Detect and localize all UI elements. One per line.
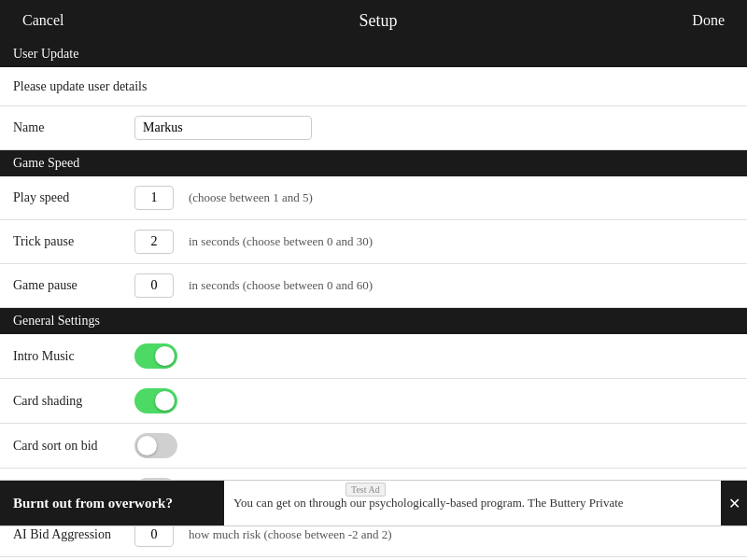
row-intro-music: Intro Music (0, 334, 747, 379)
intro-music-label: Intro Music (13, 349, 134, 364)
intro-music-toggle[interactable] (134, 343, 177, 369)
ai-bid-label: AI Bid Aggression (13, 527, 134, 542)
trick-pause-label: Trick pause (13, 234, 134, 249)
row-name: Name (0, 106, 747, 150)
trick-pause-hint: in seconds (choose between 0 and 30) (189, 234, 373, 249)
row-card-sort: Card sort on bid (0, 424, 747, 469)
ai-bid-hint: how much risk (choose between -2 and 2) (189, 527, 392, 542)
page-title: Setup (359, 11, 397, 31)
section-general-settings-title: General Settings (13, 314, 100, 328)
row-play-speed: Play speed (choose between 1 and 5) (0, 176, 747, 220)
game-pause-input[interactable] (134, 273, 174, 298)
card-shading-label: Card shading (13, 394, 134, 409)
play-speed-hint: (choose between 1 and 5) (189, 190, 313, 205)
play-speed-input[interactable] (134, 186, 174, 210)
name-label: Name (13, 120, 134, 135)
done-button[interactable]: Done (684, 8, 732, 33)
trick-pause-input[interactable] (134, 230, 174, 254)
section-user-update-title: User Update (13, 47, 78, 61)
card-sort-toggle[interactable] (134, 433, 177, 458)
header: Cancel Setup Done (0, 0, 747, 41)
name-input[interactable] (134, 116, 312, 140)
section-user-update: User Update (0, 41, 747, 67)
ad-text: You can get on through our psychological… (224, 496, 721, 511)
game-pause-hint: in seconds (choose between 0 and 60) (189, 278, 373, 293)
ad-tag: Test Ad (345, 483, 386, 497)
ad-banner: Burnt out from overwork? Test Ad You can… (0, 480, 747, 526)
cancel-button[interactable]: Cancel (15, 8, 71, 33)
user-description-text: Please update user details (13, 79, 147, 94)
section-general-settings: General Settings (0, 308, 747, 334)
row-game-pause: Game pause in seconds (choose between 0 … (0, 264, 747, 308)
row-card-shading: Card shading (0, 379, 747, 424)
row-user-description: Please update user details (0, 67, 747, 106)
ad-close-button[interactable]: ✕ (721, 481, 747, 525)
section-game-speed-title: Game Speed (13, 156, 79, 170)
ad-headline: Burnt out from overwork? (0, 481, 224, 525)
row-trick-pause: Trick pause in seconds (choose between 0… (0, 220, 747, 264)
card-shading-toggle[interactable] (134, 388, 177, 413)
card-sort-label: Card sort on bid (13, 439, 134, 454)
game-pause-label: Game pause (13, 278, 134, 293)
play-speed-label: Play speed (13, 190, 134, 205)
section-game-speed: Game Speed (0, 150, 747, 176)
